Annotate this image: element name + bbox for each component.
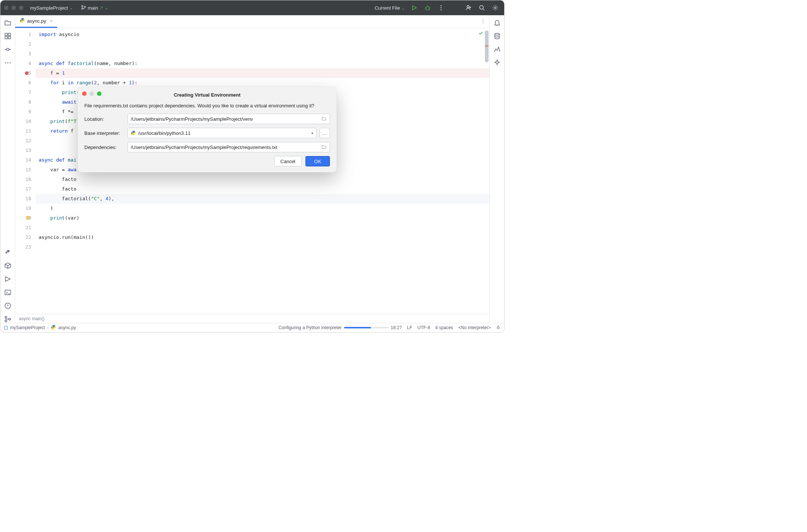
code-line[interactable] [36,223,489,233]
svg-rect-12 [5,36,7,39]
file-encoding[interactable]: UTF-8 [418,325,430,330]
notifications-button[interactable] [493,19,501,26]
gutter-line[interactable]: 14 [15,155,36,165]
code-line[interactable]: factorial("C", 4), [36,194,489,204]
code-line[interactable]: print(var) [36,213,489,223]
project-dropdown[interactable]: mySampleProject ⌄ [30,5,73,11]
breadcrumb-separator: › [47,325,49,330]
code-line[interactable] [36,49,489,59]
more-tools-button[interactable] [4,59,12,66]
code-line[interactable] [36,242,489,252]
gutter-line[interactable]: 7 [15,88,36,97]
window-close-dot[interactable] [4,6,9,10]
background-task-label[interactable]: Configuring a Python interpreter [278,325,341,330]
nav-project[interactable]: mySampleProject [10,325,45,330]
gutter-line[interactable]: 20 [15,213,36,223]
line-separator[interactable]: LF [407,325,412,330]
tab-options-icon[interactable] [480,19,486,25]
commit-tool-button[interactable] [4,46,12,53]
nav-file[interactable]: async.py [58,325,76,330]
editor-scrollbar[interactable] [485,30,489,62]
code-with-me-button[interactable] [463,3,474,13]
breadcrumb-bar[interactable]: async main() [15,314,489,323]
gutter[interactable]: 1234567891011121314151617181920212223 [15,28,36,314]
settings-button[interactable] [490,3,500,13]
indent-config[interactable]: 4 spaces [435,325,453,330]
database-tool-button[interactable] [493,32,501,40]
debug-button[interactable] [422,3,433,13]
vcs-tool-button[interactable] [4,315,12,323]
gutter-line[interactable]: 22 [15,233,36,242]
window-minimize-dot[interactable] [12,6,16,10]
gutter-line[interactable]: 1 [15,30,36,39]
services-tool-button[interactable] [4,275,12,283]
interpreter-widget[interactable]: <No interpreter> [458,325,491,330]
code-line[interactable]: ) [36,204,489,213]
browse-interpreter-button[interactable]: … [320,128,330,138]
gutter-line[interactable]: 4 [15,59,36,68]
code-line[interactable]: asyncio.run(main()) [36,233,489,242]
gutter-line[interactable]: 18 [15,194,36,204]
more-actions-button[interactable] [436,3,446,13]
svg-point-3 [426,7,430,10]
python-packages-button[interactable] [4,262,12,269]
cancel-button[interactable]: Cancel [274,156,302,166]
gutter-line[interactable]: 21 [15,223,36,233]
ai-assistant-button[interactable] [493,59,501,66]
gutter-line[interactable]: 3 [15,49,36,59]
code-line[interactable]: for i in range(2, number + 1): [36,78,489,88]
python-icon [131,130,136,136]
svg-point-22 [9,318,10,320]
problems-tool-button[interactable] [4,302,12,309]
terminal-tool-button[interactable] [4,289,12,296]
gutter-line[interactable]: 17 [15,184,36,194]
code-line[interactable]: facto [36,175,489,184]
caret-position[interactable]: 18:27 [391,325,402,330]
error-stripe-marker[interactable] [485,46,489,46]
gutter-line[interactable]: 16 [15,175,36,184]
code-line[interactable]: f = 1 [36,68,489,78]
search-button[interactable] [477,3,487,13]
gutter-line[interactable]: 6 [15,78,36,88]
close-tab-icon[interactable]: × [50,18,53,24]
branch-dropdown[interactable]: main ↗ ⌄ [81,5,108,11]
ok-label: OK [314,159,321,164]
code-line[interactable]: import asyncio [36,30,489,39]
dependencies-field[interactable]: /Users/jetbrains/PycharmProjects/mySampl… [127,142,330,152]
dialog-close-dot[interactable] [82,91,87,96]
python-console-button[interactable] [4,249,12,256]
code-line[interactable]: async def factorial(name, number): [36,59,489,68]
structure-tool-button[interactable] [4,32,12,40]
tab-filename: async.py [27,18,46,24]
inspection-ok-icon[interactable] [478,30,483,37]
interpreter-dropdown[interactable]: /usr/local/bin/python3.11 ▾ [127,128,317,138]
location-field[interactable]: /Users/jetbrains/PycharmProjects/mySampl… [127,114,330,124]
gutter-line[interactable]: 12 [15,136,36,146]
folder-icon[interactable] [321,144,327,150]
gutter-line[interactable]: 19 [15,204,36,213]
gutter-line[interactable]: 10 [15,117,36,126]
editor-tab-active[interactable]: async.py × [15,15,57,28]
run-button[interactable] [409,3,419,13]
gutter-line[interactable]: 5 [15,68,36,78]
project-tool-button[interactable] [4,19,12,26]
gutter-line[interactable]: 13 [15,146,36,155]
code-line[interactable]: facto [36,184,489,194]
background-task-progress[interactable] [344,327,389,328]
gutter-line[interactable]: 11 [15,126,36,136]
gutter-line[interactable]: 9 [15,107,36,117]
run-config-dropdown[interactable]: Current File ⌄ [375,5,405,11]
module-icon [4,326,8,330]
dialog-zoom-dot[interactable] [97,91,101,96]
code-line[interactable] [36,39,489,49]
folder-icon[interactable] [321,116,327,122]
gutter-line[interactable]: 23 [15,242,36,252]
gutter-line[interactable]: 2 [15,39,36,49]
profiler-tool-button[interactable] [493,46,501,53]
window-zoom-dot[interactable] [19,6,23,10]
gutter-line[interactable]: 8 [15,97,36,107]
breadcrumb-text: async main() [19,316,45,321]
readonly-lock-icon[interactable] [496,325,500,331]
gutter-line[interactable]: 15 [15,165,36,175]
ok-button[interactable]: OK [305,156,330,166]
